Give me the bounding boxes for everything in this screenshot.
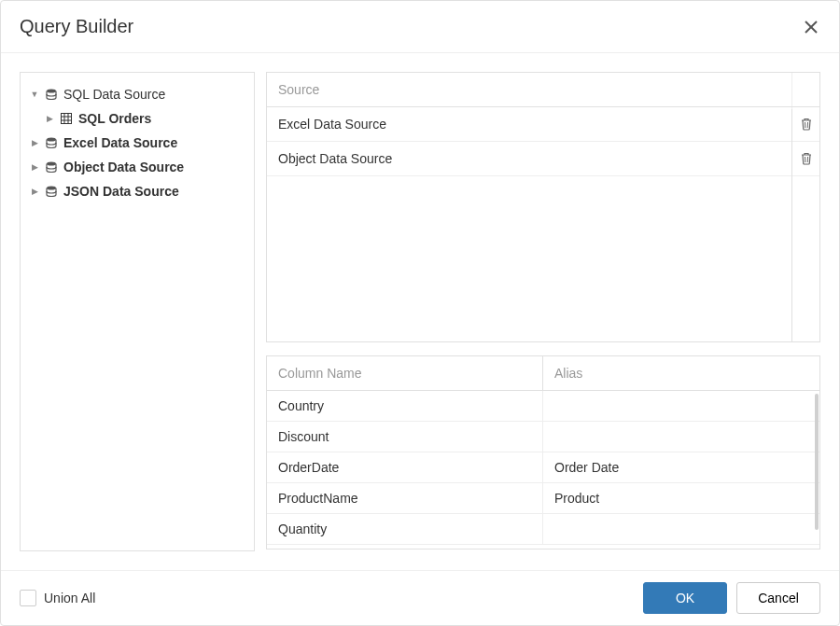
- tree-item[interactable]: ▶Object Data Source: [26, 155, 248, 179]
- column-row[interactable]: Discount: [267, 422, 819, 452]
- column-row[interactable]: ProductNameProduct: [267, 483, 819, 514]
- columns-header-name: Column Name: [267, 356, 543, 390]
- tree-item-label: JSON Data Source: [63, 184, 179, 199]
- tree-item-label: SQL Data Source: [63, 87, 165, 102]
- scrollbar-thumb[interactable]: [815, 394, 819, 530]
- source-header-label: Source: [267, 73, 791, 106]
- dialog-header: Query Builder: [1, 1, 839, 53]
- footer-buttons: OK Cancel: [643, 582, 820, 614]
- ok-button[interactable]: OK: [643, 582, 727, 614]
- source-table: Source Excel Data SourceObject Data Sour…: [266, 72, 820, 342]
- tree-item-label: SQL Orders: [78, 111, 151, 126]
- chevron-right-icon[interactable]: ▶: [45, 114, 54, 123]
- close-icon: [805, 21, 818, 34]
- data-source-tree[interactable]: ▼SQL Data Source▶SQL Orders▶Excel Data S…: [20, 72, 255, 551]
- union-all-checkbox[interactable]: Union All: [20, 590, 95, 606]
- column-alias-cell[interactable]: [543, 422, 819, 452]
- delete-source-button[interactable]: [791, 107, 819, 141]
- column-alias-cell[interactable]: Product: [543, 483, 819, 513]
- trash-icon: [800, 152, 813, 165]
- columns-header-alias: Alias: [543, 356, 819, 390]
- chevron-right-icon[interactable]: ▶: [30, 138, 39, 147]
- column-name-cell[interactable]: Country: [267, 391, 543, 421]
- query-builder-dialog: Query Builder ▼SQL Data Source▶SQL Order…: [0, 0, 840, 626]
- close-button[interactable]: [802, 18, 820, 36]
- union-all-label: Union All: [44, 591, 95, 605]
- source-table-header: Source: [267, 73, 819, 107]
- tree-item[interactable]: ▶Excel Data Source: [26, 131, 248, 155]
- columns-table-body[interactable]: CountryDiscountOrderDateOrder DateProduc…: [267, 391, 819, 549]
- database-icon: [45, 160, 58, 174]
- column-alias-cell[interactable]: [543, 514, 819, 544]
- svg-point-2: [47, 90, 56, 93]
- chevron-right-icon[interactable]: ▶: [30, 162, 39, 172]
- columns-table-header: Column Name Alias: [267, 356, 819, 391]
- tree-item[interactable]: ▶SQL Orders: [26, 106, 248, 131]
- database-icon: [45, 185, 58, 198]
- source-row[interactable]: Excel Data Source: [267, 107, 819, 142]
- svg-rect-3: [62, 114, 72, 124]
- dialog-footer: Union All OK Cancel: [1, 570, 839, 625]
- tree-item-label: Excel Data Source: [63, 135, 177, 150]
- trash-icon: [800, 118, 813, 131]
- column-name-cell[interactable]: Discount: [267, 422, 543, 452]
- source-name: Object Data Source: [267, 142, 791, 175]
- cancel-button[interactable]: Cancel: [736, 582, 820, 614]
- columns-table: Column Name Alias CountryDiscountOrderDa…: [266, 355, 820, 549]
- database-icon: [45, 88, 58, 101]
- svg-point-10: [47, 187, 56, 190]
- delete-source-button[interactable]: [791, 142, 819, 175]
- chevron-down-icon[interactable]: ▼: [30, 90, 39, 99]
- source-name: Excel Data Source: [267, 107, 791, 141]
- column-row[interactable]: Country: [267, 391, 819, 422]
- source-header-action-col: [791, 73, 819, 106]
- source-table-body: Excel Data SourceObject Data Source: [267, 107, 819, 341]
- dialog-body: ▼SQL Data Source▶SQL Orders▶Excel Data S…: [1, 53, 839, 570]
- database-icon: [45, 136, 58, 149]
- chevron-right-icon[interactable]: ▶: [30, 187, 39, 196]
- svg-point-9: [47, 162, 56, 166]
- column-alias-cell[interactable]: [543, 391, 819, 421]
- tree-item[interactable]: ▶JSON Data Source: [26, 179, 248, 203]
- dialog-title: Query Builder: [20, 16, 133, 37]
- table-icon: [60, 112, 73, 125]
- source-row[interactable]: Object Data Source: [267, 142, 819, 176]
- column-alias-cell[interactable]: Order Date: [543, 452, 819, 482]
- column-name-cell[interactable]: OrderDate: [267, 452, 543, 482]
- tree-item[interactable]: ▼SQL Data Source: [26, 82, 248, 106]
- tree-item-label: Object Data Source: [63, 160, 184, 174]
- column-row[interactable]: Quantity: [267, 514, 819, 545]
- checkbox-box-icon: [20, 590, 36, 606]
- svg-point-8: [47, 138, 56, 142]
- right-panel: Source Excel Data SourceObject Data Sour…: [266, 72, 820, 551]
- column-row[interactable]: OrderDateOrder Date: [267, 452, 819, 483]
- column-name-cell[interactable]: ProductName: [267, 483, 543, 513]
- column-name-cell[interactable]: Quantity: [267, 514, 543, 544]
